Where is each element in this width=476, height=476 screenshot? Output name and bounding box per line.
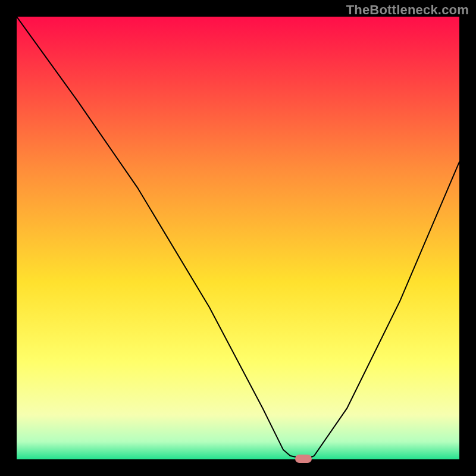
watermark-text: TheBottleneck.com <box>346 2 469 18</box>
chart-container: TheBottleneck.com <box>0 0 476 476</box>
bottleneck-marker <box>295 455 312 463</box>
chart-svg <box>17 17 459 459</box>
plot-area <box>17 17 459 459</box>
chart-background <box>17 17 459 459</box>
